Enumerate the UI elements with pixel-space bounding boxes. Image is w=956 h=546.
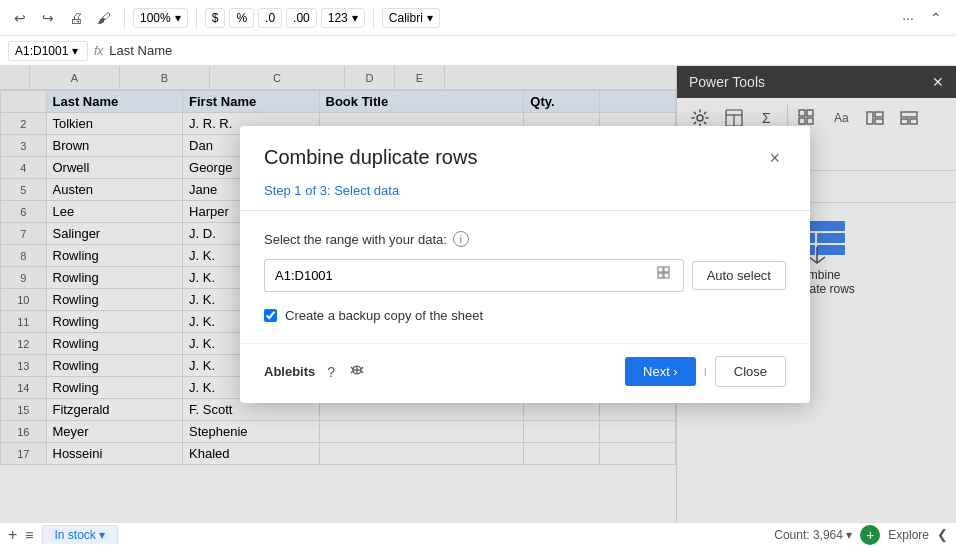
step-prefix: Step 1 of 3: — [264, 183, 331, 198]
decimal00-button[interactable]: .00 — [286, 8, 317, 28]
range-row: A1:D1001 Auto select — [264, 259, 786, 292]
range-label: Select the range with your data: i — [264, 231, 786, 247]
step-action: Select data — [334, 183, 399, 198]
formula-bar: A1:D1001 ▾ fx Last Name — [0, 36, 956, 66]
combine-modal: Combine duplicate rows × Step 1 of 3: Se… — [240, 126, 810, 403]
currency-button[interactable]: $ — [205, 8, 226, 28]
close-button[interactable]: Close — [715, 356, 786, 387]
cell-ref-arrow: ▾ — [72, 44, 78, 58]
footer-left: Ablebits ? — [264, 360, 369, 383]
percent-button[interactable]: % — [229, 8, 254, 28]
svg-line-31 — [351, 371, 353, 373]
modal-footer: Ablebits ? Next › I Close — [240, 343, 810, 403]
bug-icon[interactable] — [345, 360, 369, 383]
info-icon[interactable]: i — [453, 231, 469, 247]
format123-label: 123 — [328, 11, 348, 25]
backup-checkbox[interactable] — [264, 309, 277, 322]
count-display: Count: 3,964 ▾ — [774, 528, 852, 542]
formula-value: Last Name — [109, 43, 948, 58]
modal-header: Combine duplicate rows × — [240, 126, 810, 179]
modal-step: Step 1 of 3: Select data — [240, 179, 810, 210]
range-input[interactable]: A1:D1001 — [264, 259, 684, 292]
divider1 — [124, 8, 125, 28]
modal-body: Select the range with your data: i A1:D1… — [240, 231, 810, 343]
svg-rect-23 — [664, 267, 669, 272]
format123-button[interactable]: 123 ▾ — [321, 8, 365, 28]
divider2 — [196, 8, 197, 28]
percent-label: % — [236, 11, 247, 25]
status-bar: + ≡ In stock ▾ Count: 3,964 ▾ + Explore … — [0, 522, 956, 546]
add-sheet-button[interactable]: + — [8, 526, 17, 544]
toolbar: ↩ ↪ 🖨 🖌 100% ▾ $ % .0 .00 123 ▾ Calibri … — [0, 0, 956, 36]
print-icon[interactable]: 🖨 — [64, 6, 88, 30]
modal-title: Combine duplicate rows — [264, 146, 477, 169]
next-button[interactable]: Next › — [625, 357, 696, 386]
auto-select-button[interactable]: Auto select — [692, 261, 786, 290]
paint-icon[interactable]: 🖌 — [92, 6, 116, 30]
help-icon[interactable]: ? — [323, 360, 339, 383]
fx-icon: fx — [94, 44, 103, 58]
ablebits-logo: Ablebits — [264, 364, 315, 379]
modal-divider — [240, 210, 810, 211]
font-label: Calibri — [389, 11, 423, 25]
cursor-indicator: I — [704, 366, 707, 378]
explore-icon-button[interactable]: + — [860, 525, 880, 545]
font-arrow: ▾ — [427, 11, 433, 25]
backup-checkbox-row: Create a backup copy of the sheet — [264, 308, 786, 323]
redo-icon[interactable]: ↪ — [36, 6, 60, 30]
svg-line-29 — [351, 367, 353, 369]
svg-rect-25 — [664, 273, 669, 278]
divider3 — [373, 8, 374, 28]
collapse-button[interactable]: ❮ — [937, 527, 948, 542]
decimal00-label: .00 — [293, 11, 310, 25]
cell-ref-value: A1:D1001 — [15, 44, 68, 58]
modal-overlay: Combine duplicate rows × Step 1 of 3: Se… — [0, 66, 956, 522]
more-icon[interactable]: ··· — [896, 6, 920, 30]
sheet-list-button[interactable]: ≡ — [25, 527, 33, 543]
decimal0-label: .0 — [265, 11, 275, 25]
footer-right: Next › I Close — [625, 356, 786, 387]
cell-ref-box[interactable]: A1:D1001 ▾ — [8, 41, 88, 61]
explore-label: Explore — [888, 528, 929, 542]
svg-rect-24 — [658, 273, 663, 278]
modal-close-button[interactable]: × — [763, 146, 786, 171]
undo-icon[interactable]: ↩ — [8, 6, 32, 30]
decimal0-button[interactable]: .0 — [258, 8, 282, 28]
zoom-control[interactable]: 100% ▾ — [133, 8, 188, 28]
zoom-value: 100% — [140, 11, 171, 25]
backup-label[interactable]: Create a backup copy of the sheet — [285, 308, 483, 323]
zoom-arrow: ▾ — [175, 11, 181, 25]
footer-icons: ? — [323, 360, 369, 383]
in-stock-sheet-tab[interactable]: In stock ▾ — [42, 525, 119, 544]
currency-label: $ — [212, 11, 219, 25]
svg-line-32 — [361, 371, 363, 373]
range-value: A1:D1001 — [275, 268, 333, 283]
grid-select-icon[interactable] — [657, 266, 673, 285]
font-selector[interactable]: Calibri ▾ — [382, 8, 440, 28]
format123-arrow: ▾ — [352, 11, 358, 25]
svg-line-30 — [361, 367, 363, 369]
collapse-toolbar-icon[interactable]: ⌃ — [924, 6, 948, 30]
svg-rect-22 — [658, 267, 663, 272]
